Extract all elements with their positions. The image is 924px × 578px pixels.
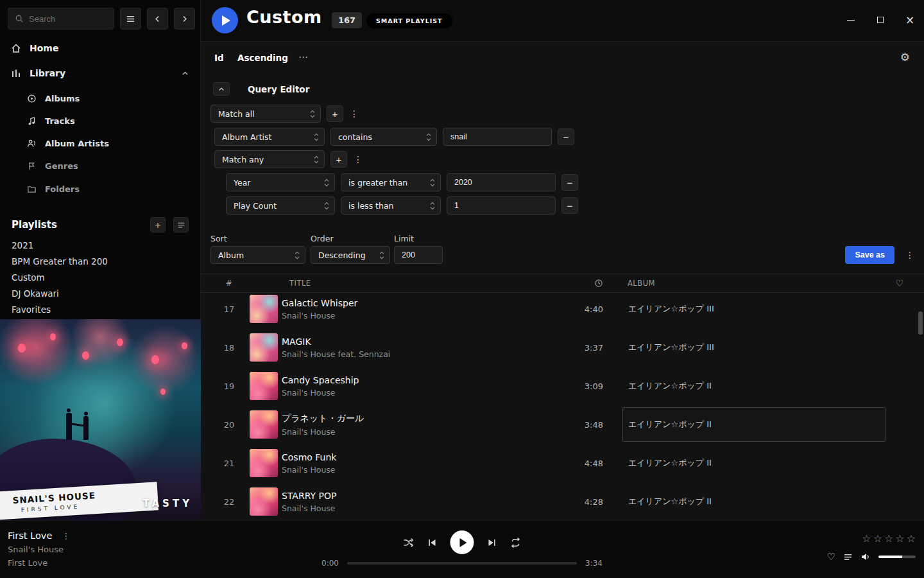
album-art-thumbnail[interactable] [250, 295, 278, 323]
track-row[interactable]: 17 Galactic Whisper Snail's House 4:40 エ… [201, 293, 924, 328]
match-any-select[interactable]: Match any [214, 150, 325, 168]
star-icon[interactable]: ☆ [873, 532, 882, 545]
now-playing-artist[interactable]: Snail's House [8, 545, 70, 554]
add-playlist-button[interactable]: + [150, 217, 166, 232]
album-art-thumbnail[interactable] [250, 372, 278, 400]
more-options-button[interactable]: ⋯ [298, 51, 308, 63]
add-subrule-button[interactable]: + [330, 151, 347, 168]
remove-rule-button[interactable]: − [558, 128, 574, 145]
now-playing-menu-button[interactable]: ⋮ [62, 531, 70, 541]
shuffle-button[interactable] [403, 537, 415, 548]
album-art-thumbnail[interactable] [250, 449, 278, 477]
album-art-thumbnail[interactable] [250, 333, 278, 362]
sidebar-item-album-artists[interactable]: Album Artists [27, 134, 109, 153]
star-icon[interactable]: ☆ [862, 532, 871, 545]
column-album[interactable]: ALBUM [622, 279, 886, 288]
track-album[interactable]: エイリアン☆ポップ II [622, 446, 886, 480]
seek-bar[interactable] [347, 562, 577, 565]
save-menu-button[interactable]: ⋮ [905, 247, 915, 263]
rule-field-select[interactable]: Play Count [226, 197, 335, 215]
track-title-cell: STARRY POP Snail's House [282, 491, 578, 513]
sidebar-item-albums[interactable]: Albums [27, 89, 80, 108]
playlist-item[interactable]: Custom [12, 269, 193, 285]
track-album[interactable]: エイリアン☆ポップ II [622, 484, 886, 519]
settings-gear-icon[interactable]: ⚙ [900, 51, 910, 64]
now-playing-cover-art[interactable]: SNAIL'S HOUSE FIRST LOVE TASTY [0, 319, 201, 520]
previous-track-button[interactable] [427, 538, 438, 548]
search-input[interactable] [29, 14, 107, 24]
scrollbar-thumb[interactable] [918, 311, 923, 335]
remove-rule-button[interactable]: − [561, 197, 578, 214]
star-icon[interactable]: ☆ [884, 532, 893, 545]
column-index[interactable]: # [216, 279, 242, 288]
volume-icon[interactable] [860, 552, 871, 562]
playlist-item[interactable]: DJ Okawari [12, 285, 193, 301]
next-track-button[interactable] [487, 538, 497, 548]
playlist-item[interactable]: BPM Greater than 200 [12, 253, 193, 269]
play-pause-button[interactable] [450, 530, 474, 554]
rule-operator-select[interactable]: is less than [341, 197, 441, 215]
sidebar-item-genres[interactable]: Genres [27, 156, 78, 175]
close-button[interactable]: × [902, 12, 918, 28]
menu-button[interactable] [120, 8, 141, 30]
track-row[interactable]: 19 Candy Spaceship Snail's House 3:09 エイ… [201, 367, 924, 405]
sort-order-button[interactable]: Ascending [237, 53, 288, 63]
nav-forward-button[interactable] [174, 8, 195, 30]
save-as-button[interactable]: Save as [845, 246, 894, 264]
add-rule-button[interactable]: + [327, 105, 343, 122]
maximize-button[interactable] [873, 12, 888, 28]
rule-operator-select[interactable]: is greater than [341, 173, 441, 191]
limit-input[interactable] [394, 246, 443, 264]
album-art-thumbnail[interactable] [250, 487, 278, 516]
rule-operator-select[interactable]: contains [330, 128, 437, 146]
star-icon[interactable]: ☆ [907, 532, 916, 545]
rule-value-input[interactable] [443, 128, 552, 146]
match-all-select[interactable]: Match all [210, 105, 321, 123]
query-editor-collapse-button[interactable] [213, 82, 230, 96]
volume-slider[interactable] [878, 556, 916, 558]
order-select[interactable]: Descending [311, 246, 390, 264]
sidebar-item-home[interactable]: Home [0, 37, 200, 59]
artist-icon [27, 139, 37, 148]
remove-rule-button[interactable]: − [561, 174, 578, 191]
favorite-heart-button[interactable]: ♡ [827, 551, 835, 563]
track-duration: 3:48 [578, 420, 622, 430]
track-album[interactable]: エイリアン☆ポップ III [622, 293, 886, 326]
sidebar-item-tracks[interactable]: Tracks [27, 111, 75, 130]
heart-icon: ♡ [895, 278, 903, 288]
rule-field-select[interactable]: Album Artist [214, 128, 325, 146]
track-album[interactable]: エイリアン☆ポップ II [622, 369, 886, 403]
track-row[interactable]: 22 STARRY POP Snail's House 4:28 エイリアン☆ポ… [201, 482, 924, 520]
playlist-list-button[interactable] [173, 217, 189, 232]
track-row[interactable]: 21 Cosmo Funk Snail's House 4:48 エイリアン☆ポ… [201, 444, 924, 482]
playlist-item[interactable]: Favorites [12, 301, 193, 317]
track-album[interactable]: エイリアン☆ポップ II [622, 407, 886, 442]
now-playing-album[interactable]: First Love [8, 558, 70, 568]
sort-select[interactable]: Album [210, 246, 305, 264]
now-playing-info: First Love ⋮ Snail's House First Love [8, 530, 70, 568]
playlist-item[interactable]: 2021 [12, 237, 193, 253]
track-row[interactable]: 18 MAGIK Snail's House feat. Sennzai 3:3… [201, 328, 924, 367]
star-icon[interactable]: ☆ [895, 532, 904, 545]
queue-button[interactable] [843, 552, 853, 562]
column-duration[interactable] [578, 279, 622, 288]
album-art-thumbnail[interactable] [250, 410, 278, 439]
rule-value-input[interactable] [447, 173, 556, 191]
rule-group-menu-button[interactable]: ⋮ [349, 105, 359, 122]
chevron-up-icon[interactable] [181, 69, 189, 78]
search-box[interactable] [8, 8, 114, 30]
sidebar-item-folders[interactable]: Folders [27, 179, 80, 198]
rule-value-input[interactable] [447, 197, 556, 215]
subgroup-menu-button[interactable]: ⋮ [353, 151, 363, 168]
column-title[interactable]: TITLE [282, 279, 578, 288]
sidebar-item-library[interactable]: Library [0, 62, 200, 84]
minimize-button[interactable] [843, 12, 859, 28]
rule-field-select[interactable]: Year [226, 173, 335, 191]
repeat-button[interactable] [510, 537, 522, 548]
nav-back-button[interactable] [147, 8, 168, 30]
sort-field-button[interactable]: Id [214, 53, 224, 63]
column-favorite[interactable]: ♡ [886, 278, 914, 288]
track-album[interactable]: エイリアン☆ポップ III [622, 330, 886, 365]
play-playlist-button[interactable] [212, 7, 238, 33]
track-row[interactable]: 20 プラネット・ガール Snail's House 3:48 エイリアン☆ポッ… [201, 405, 924, 444]
